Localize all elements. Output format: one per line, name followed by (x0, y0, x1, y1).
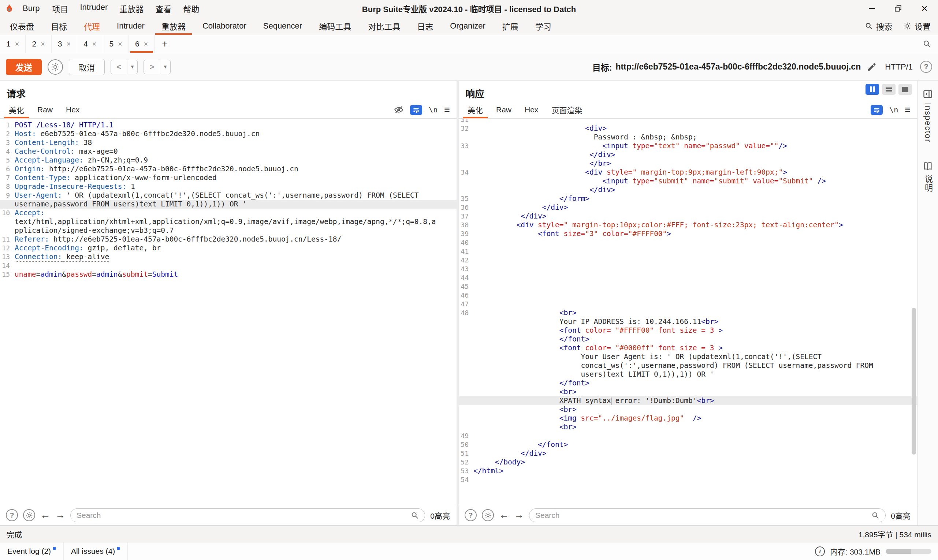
search-help-icon[interactable]: ? (6, 509, 18, 521)
response-editor[interactable]: 3132 <div> Password : &nbsp; &nbsp;33 <i… (459, 118, 917, 505)
response-scrollbar[interactable] (912, 308, 916, 455)
code-line[interactable]: 36 </div> (459, 203, 917, 212)
menu-item-intruder[interactable]: Intruder (74, 0, 114, 17)
code-line[interactable]: XPATH syntax error: '!Dumb:Dumb'<br> (459, 396, 917, 405)
code-line[interactable]: <br> (459, 405, 917, 414)
menu-item-help[interactable]: 帮助 (177, 0, 205, 17)
prev-match-button[interactable]: ← (40, 510, 50, 520)
history-forward-button[interactable]: > (143, 60, 160, 74)
request-tab-raw[interactable]: Raw (31, 102, 59, 118)
code-line[interactable]: 11Referer: http://e6eb7525-01ea-457a-b00… (0, 235, 457, 244)
show-newlines-button[interactable]: \n (889, 105, 898, 114)
menu-burp[interactable]: Burp (17, 2, 45, 15)
tab-learn[interactable]: 学习 (527, 17, 560, 35)
code-line[interactable]: 48 <br> (459, 309, 917, 317)
code-line[interactable]: 38 <div style=" margin-top:10px;color:#F… (459, 221, 917, 229)
tab-proxy[interactable]: 代理 (75, 17, 108, 35)
code-line[interactable]: 9User-Agent: ' OR (updatexml(1,concat('!… (0, 191, 457, 200)
code-line[interactable]: 35 </form> (459, 194, 917, 203)
editor-menu-button[interactable]: ≡ (444, 105, 450, 115)
code-line[interactable]: 31 (459, 118, 917, 124)
close-tab-icon[interactable]: × (118, 40, 122, 48)
search-input[interactable] (77, 511, 411, 520)
code-line[interactable]: 39 <font size="3" color="#FFFF00"> (459, 229, 917, 238)
code-line[interactable]: 43 (459, 265, 917, 274)
global-search-button[interactable]: 搜索 (865, 20, 892, 32)
code-line[interactable]: username,password FROM users)text LIMIT … (0, 200, 457, 209)
code-line[interactable]: <font color= "#FFFF00" font size = 3 > (459, 326, 917, 335)
response-tab-pretty[interactable]: 美化 (461, 102, 490, 118)
tab-comparer[interactable]: 对比工具 (359, 17, 408, 35)
code-line[interactable]: <br> (459, 423, 917, 432)
close-tab-icon[interactable]: × (144, 40, 148, 48)
help-icon[interactable]: ? (920, 61, 932, 73)
add-tab-button[interactable]: + (154, 35, 175, 53)
code-line[interactable]: 6Origin: http://e6eb7525-01ea-457a-b00c-… (0, 165, 457, 174)
code-line[interactable]: 10Accept: (0, 209, 457, 217)
code-line[interactable]: Your User Agent is: ' OR (updatexml(1,co… (459, 352, 917, 361)
code-line[interactable]: <input type="submit" name="submit" value… (459, 177, 917, 186)
code-line[interactable]: 51 </div> (459, 449, 917, 458)
code-line[interactable]: 54 (459, 475, 917, 484)
code-line[interactable]: 33 <input type="text" name="passwd" valu… (459, 142, 917, 151)
wrap-lines-button[interactable] (871, 105, 883, 115)
search-help-icon[interactable]: ? (465, 509, 477, 521)
code-line[interactable]: users)text LIMIT 0,1)),1)) OR ' (459, 370, 917, 379)
close-tab-icon[interactable]: × (92, 40, 97, 48)
repeater-tab-6[interactable]: 6× (129, 35, 154, 53)
code-line[interactable]: 34 <div style=" margin-top:9px;margin-le… (459, 168, 917, 177)
code-line[interactable]: <font color= "#0000ff" font size = 3 > (459, 344, 917, 352)
tab-decoder[interactable]: 编码工具 (311, 17, 359, 35)
code-line[interactable]: 14 (0, 262, 457, 270)
history-back-button[interactable]: < (111, 60, 128, 74)
all-issues-tab[interactable]: All issues (4) (64, 542, 128, 560)
menu-item-project[interactable]: 项目 (46, 0, 74, 17)
code-line[interactable]: 53</html> (459, 467, 917, 475)
code-line[interactable]: 41 (459, 247, 917, 256)
repeater-tab-4[interactable]: 4× (77, 35, 103, 53)
code-line[interactable]: 46 (459, 291, 917, 300)
maximize-button[interactable] (893, 4, 903, 13)
code-line[interactable]: 15uname=admin&passwd=admin&submit=Submit (0, 270, 457, 279)
request-editor[interactable]: 1POST /Less-18/ HTTP/1.12Host: e6eb7525-… (0, 118, 457, 505)
response-tab-raw[interactable]: Raw (490, 102, 518, 118)
show-newlines-button[interactable]: \n (429, 105, 437, 114)
code-line[interactable]: </div> (459, 151, 917, 159)
settings-button[interactable]: 设置 (903, 20, 931, 32)
code-line[interactable]: 42 (459, 256, 917, 265)
close-tab-icon[interactable]: × (66, 40, 71, 48)
code-line[interactable]: 3Content-Length: 38 (0, 138, 457, 147)
code-line[interactable]: <br> (459, 388, 917, 396)
cancel-button[interactable]: 取消 (69, 59, 105, 75)
code-line[interactable]: </div> (459, 186, 917, 194)
code-line[interactable]: 37 </div> (459, 212, 917, 221)
code-line[interactable]: 4Cache-Control: max-age=0 (0, 147, 457, 156)
repeater-tab-5[interactable]: 5× (103, 35, 129, 53)
tab-logger[interactable]: 日志 (408, 17, 442, 35)
code-line[interactable]: 8Upgrade-Insecure-Requests: 1 (0, 182, 457, 191)
tab-target[interactable]: 目标 (43, 17, 75, 35)
inspector-toggle[interactable]: Inspector (918, 85, 938, 146)
tab-search-button[interactable] (923, 35, 938, 53)
repeater-tab-1[interactable]: 1× (0, 35, 26, 53)
code-line[interactable]: 32 <div> (459, 124, 917, 133)
notes-toggle[interactable]: 说明 (918, 157, 938, 196)
code-line[interactable]: 1POST /Less-18/ HTTP/1.1 (0, 121, 457, 129)
code-line[interactable]: </font> (459, 379, 917, 388)
edit-target-button[interactable] (867, 62, 877, 72)
code-line[interactable]: pplication/signed-exchange;v=b3;q=0.7 (0, 226, 457, 235)
search-input[interactable] (535, 511, 871, 520)
next-match-button[interactable]: → (55, 510, 65, 520)
tab-intruder[interactable]: Intruder (108, 17, 153, 35)
repeater-tab-2[interactable]: 2× (26, 35, 51, 53)
tab-extensions[interactable]: 扩展 (494, 17, 527, 35)
code-line[interactable]: concat_ws(':',username,password) FROM (S… (459, 361, 917, 370)
code-line[interactable]: </br> (459, 159, 917, 168)
code-line[interactable]: 47 (459, 300, 917, 309)
response-tab-hex[interactable]: Hex (518, 102, 545, 118)
code-line[interactable]: 52 </body> (459, 458, 917, 467)
next-match-button[interactable]: → (514, 510, 524, 520)
menu-item-view[interactable]: 查看 (149, 0, 177, 17)
code-line[interactable]: 44 (459, 274, 917, 282)
code-line[interactable]: 50 </font> (459, 440, 917, 449)
